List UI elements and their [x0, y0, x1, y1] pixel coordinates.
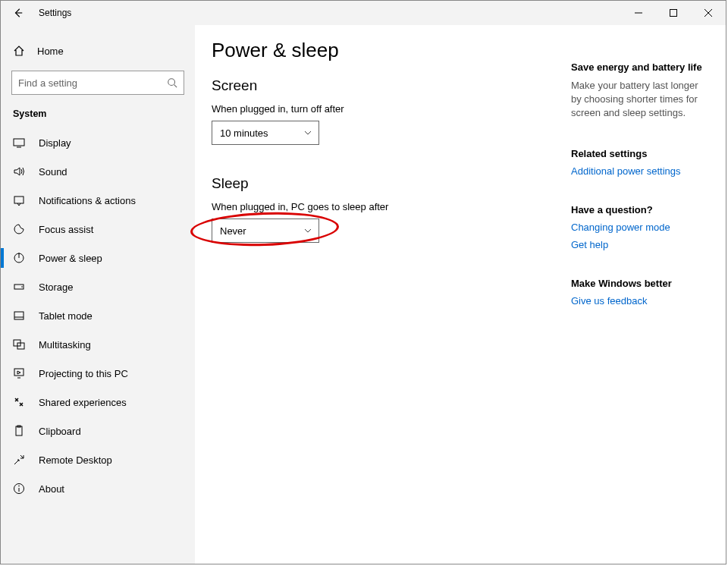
aside-energy-heading: Save energy and battery life [571, 61, 711, 73]
sidebar-item-label: Sound [39, 166, 67, 178]
sidebar-item-label: About [39, 483, 64, 495]
svg-rect-13 [14, 312, 24, 319]
svg-rect-1 [670, 10, 677, 17]
titlebar: Settings [1, 1, 726, 25]
close-button[interactable] [691, 1, 726, 25]
settings-window: Settings Home Syst [0, 0, 726, 564]
multitasking-icon [13, 338, 25, 351]
power-icon [13, 252, 25, 264]
aside-energy-text: Make your battery last longer by choosin… [571, 79, 711, 121]
sidebar-item-sound[interactable]: Sound [1, 157, 195, 186]
sidebar-home[interactable]: Home [1, 37, 195, 64]
sidebar-item-label: Projecting to this PC [39, 368, 128, 379]
minimize-icon [635, 9, 642, 17]
sidebar-item-label: Remote Desktop [39, 454, 112, 466]
sidebar-item-label: Power & sleep [39, 253, 102, 264]
window-title: Settings [36, 8, 71, 18]
aside-question-heading: Have a question? [571, 204, 711, 215]
sidebar-item-label: Focus assist [39, 224, 93, 235]
sidebar-item-label: Shared experiences [39, 397, 127, 408]
projecting-icon [13, 367, 25, 379]
svg-point-12 [21, 286, 23, 288]
link-changing-power-mode[interactable]: Changing power mode [571, 222, 711, 233]
dropdown-value: Never [220, 225, 246, 237]
home-icon [13, 45, 25, 57]
clipboard-icon [13, 425, 25, 437]
chevron-down-icon [303, 128, 312, 137]
sidebar-item-focus-assist[interactable]: Focus assist [1, 215, 195, 244]
svg-line-5 [174, 85, 177, 88]
display-icon [13, 137, 25, 149]
sidebar: Home System Display Sound [1, 25, 195, 564]
sidebar-group-label: System [1, 102, 195, 128]
sidebar-item-label: Display [39, 137, 71, 149]
sidebar-item-notifications[interactable]: Notifications & actions [1, 186, 195, 215]
sidebar-item-storage[interactable]: Storage [1, 272, 195, 301]
aside-feedback-heading: Make Windows better [571, 278, 711, 289]
main-content: Power & sleep Screen When plugged in, tu… [195, 25, 726, 564]
svg-rect-6 [14, 139, 24, 146]
maximize-icon [670, 9, 677, 17]
aside-panel: Save energy and battery life Make your b… [553, 39, 711, 564]
storage-icon [13, 281, 25, 293]
sidebar-item-display[interactable]: Display [1, 128, 195, 157]
section-screen-heading: Screen [212, 77, 553, 94]
page-title: Power & sleep [212, 39, 553, 62]
sidebar-item-label: Storage [39, 281, 74, 293]
screen-turnoff-label: When plugged in, turn off after [212, 103, 553, 115]
sidebar-item-tablet-mode[interactable]: Tablet mode [1, 301, 195, 330]
back-button[interactable] [1, 1, 36, 25]
sidebar-item-label: Tablet mode [39, 310, 93, 322]
svg-rect-18 [16, 426, 22, 436]
link-get-help[interactable]: Get help [571, 239, 711, 250]
focus-assist-icon [13, 223, 25, 235]
search-icon [167, 77, 177, 88]
maximize-button[interactable] [656, 1, 691, 25]
sidebar-home-label: Home [37, 46, 64, 57]
about-icon [13, 483, 25, 495]
notifications-icon [13, 194, 25, 206]
sidebar-item-shared[interactable]: Shared experiences [1, 388, 195, 417]
section-sleep-heading: Sleep [212, 175, 553, 192]
sidebar-item-label: Multitasking [39, 339, 91, 351]
sidebar-item-label: Notifications & actions [39, 195, 136, 206]
svg-point-4 [168, 79, 175, 86]
minimize-button[interactable] [621, 1, 656, 25]
sleep-label: When plugged in, PC goes to sleep after [212, 201, 553, 212]
link-give-feedback[interactable]: Give us feedback [571, 295, 711, 307]
sidebar-item-remote[interactable]: Remote Desktop [1, 445, 195, 474]
sidebar-item-multitasking[interactable]: Multitasking [1, 330, 195, 359]
sleep-dropdown[interactable]: Never [212, 219, 319, 243]
sidebar-item-power-sleep[interactable]: Power & sleep [1, 244, 195, 272]
link-additional-power[interactable]: Additional power settings [571, 165, 711, 177]
sidebar-nav: Display Sound Notifications & actions Fo… [1, 128, 195, 503]
shared-icon [13, 396, 25, 408]
close-icon [704, 9, 712, 17]
sound-icon [13, 165, 25, 178]
remote-icon [13, 454, 25, 466]
chevron-down-icon [303, 226, 312, 235]
search-field[interactable] [18, 77, 167, 89]
sidebar-item-projecting[interactable]: Projecting to this PC [1, 359, 195, 388]
tablet-icon [13, 310, 25, 322]
sidebar-item-about[interactable]: About [1, 474, 195, 503]
screen-turnoff-dropdown[interactable]: 10 minutes [212, 121, 319, 145]
dropdown-value: 10 minutes [220, 127, 268, 139]
svg-rect-8 [14, 197, 24, 203]
svg-point-22 [18, 486, 20, 487]
sidebar-item-clipboard[interactable]: Clipboard [1, 417, 195, 445]
search-input[interactable] [11, 71, 184, 95]
sidebar-item-label: Clipboard [39, 426, 81, 437]
arrow-left-icon [13, 8, 24, 18]
aside-related-heading: Related settings [571, 148, 711, 159]
